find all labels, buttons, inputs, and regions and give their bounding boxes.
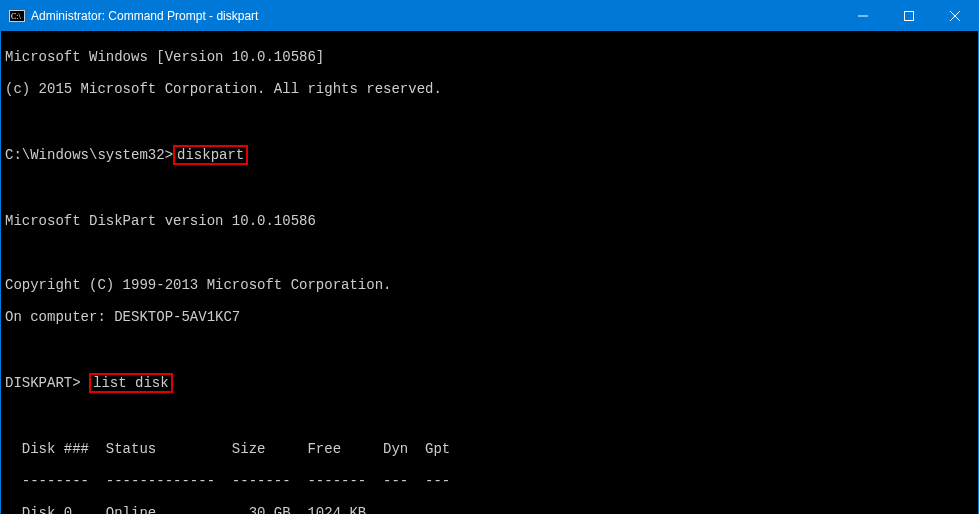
close-button[interactable] [932,1,978,31]
cmd-icon: C:\ [9,8,25,24]
prompt-line-1: C:\Windows\system32>diskpart [5,145,974,165]
line-version: Microsoft Windows [Version 10.0.10586] [5,49,974,65]
window-title: Administrator: Command Prompt - diskpart [31,9,840,23]
maximize-button[interactable] [886,1,932,31]
blank-line [5,181,974,197]
highlight-diskpart: diskpart [173,145,248,165]
window-buttons [840,1,978,31]
dp-prompt: DISKPART> [5,375,81,391]
blank-line [5,245,974,261]
command-prompt-window: C:\ Administrator: Command Prompt - disk… [0,0,979,514]
table-row: Disk 0 Online 30 GB 1024 KB [5,505,974,514]
table-divider: -------- ------------- ------- ------- -… [5,473,974,489]
highlight-list-disk: list disk [89,373,173,393]
svg-rect-3 [905,12,914,21]
line-copyright: (c) 2015 Microsoft Corporation. All righ… [5,81,974,97]
line-dp-computer: On computer: DESKTOP-5AV1KC7 [5,309,974,325]
line-dp-copyright: Copyright (C) 1999-2013 Microsoft Corpor… [5,277,974,293]
prompt-line-2: DISKPART> list disk [5,373,974,393]
blank-line [5,113,974,129]
terminal-output[interactable]: Microsoft Windows [Version 10.0.10586] (… [1,31,978,514]
svg-text:C:\: C:\ [11,12,22,21]
blank-line [5,341,974,357]
titlebar[interactable]: C:\ Administrator: Command Prompt - disk… [1,1,978,31]
blank-line [5,409,974,425]
prompt-path: C:\Windows\system32> [5,147,173,163]
minimize-button[interactable] [840,1,886,31]
table-header: Disk ### Status Size Free Dyn Gpt [5,441,974,457]
line-dp-version: Microsoft DiskPart version 10.0.10586 [5,213,974,229]
